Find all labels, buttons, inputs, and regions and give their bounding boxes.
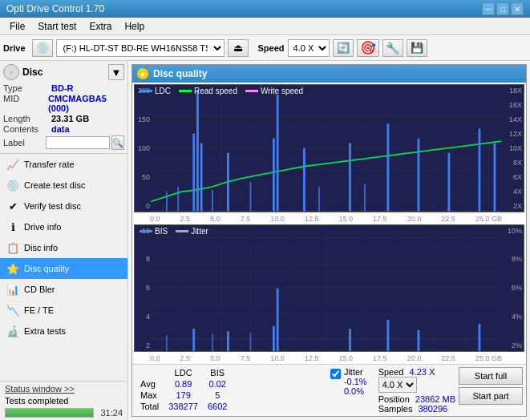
disc-type-key: Type <box>3 83 51 93</box>
disc-type-row: Type BD-R <box>3 83 124 93</box>
position-val: 23862 MB <box>415 394 455 404</box>
drive-info-icon: ℹ <box>6 220 19 233</box>
eject-button[interactable]: ⏏ <box>228 39 249 57</box>
svg-rect-33 <box>364 184 366 212</box>
sidebar-label-disc-quality: Disc quality <box>24 264 69 273</box>
total-label: Total <box>136 401 164 412</box>
refresh-button[interactable]: 🔄 <box>333 39 354 57</box>
disc-quality-icon: ⭐ <box>6 262 19 275</box>
sidebar-item-verify-test-disc[interactable]: ✔ Verify test disc <box>0 196 127 216</box>
disc-length-key: Length <box>3 114 51 123</box>
chart-header: ● Disc quality <box>132 65 526 83</box>
menu-help[interactable]: Help <box>118 19 151 34</box>
stats-table: LDC BIS Avg 0.89 0.02 Max 179 5 <box>136 367 327 412</box>
jitter-checkbox[interactable] <box>330 369 341 379</box>
svg-rect-32 <box>318 187 320 211</box>
sidebar-label-create-disc: Create test disc <box>24 180 85 190</box>
create-disc-icon: 💿 <box>6 179 19 192</box>
svg-rect-16 <box>196 90 199 211</box>
stats-area: LDC BIS Avg 0.89 0.02 Max 179 5 <box>132 364 526 416</box>
stats-avg-row: Avg 0.89 0.02 <box>136 378 232 390</box>
legend-jitter: Jitter <box>176 227 208 236</box>
speed-dropdown[interactable]: 4.0 X <box>378 377 417 393</box>
svg-rect-26 <box>479 129 481 212</box>
stats-total-row: Total 338277 6602 <box>136 401 232 412</box>
jitter-label: Jitter <box>344 367 363 377</box>
sidebar-item-create-test-disc[interactable]: 💿 Create test disc <box>0 175 127 196</box>
maximize-button[interactable]: □ <box>496 2 509 15</box>
stats-data-table: LDC BIS Avg 0.89 0.02 Max 179 5 <box>136 367 232 412</box>
svg-rect-54 <box>387 320 390 351</box>
max-bis: 5 <box>203 390 232 401</box>
drive-icon-btn[interactable]: 💿 <box>32 39 53 57</box>
chart-bottom-legend: BIS Jitter <box>140 227 208 236</box>
jitter-values: Jitter -0.1% 0.0% <box>344 367 367 396</box>
chart-title: Disc quality <box>153 68 207 79</box>
sidebar-label-disc-info: Disc info <box>24 243 58 252</box>
disc-mid-key: MID <box>3 94 48 113</box>
close-button[interactable]: ✕ <box>511 2 524 15</box>
disc-length-row: Length 23.31 GB <box>3 114 124 123</box>
legend-bis: BIS <box>140 227 168 236</box>
speed-val: 4.23 X <box>410 367 435 377</box>
svg-rect-53 <box>349 329 351 351</box>
samples-label: Samples <box>378 404 413 414</box>
start-full-button[interactable]: Start full <box>459 367 523 385</box>
minimize-button[interactable]: ─ <box>482 2 495 15</box>
col-bis-header: BIS <box>203 367 232 378</box>
col-ldc-header: LDC <box>164 367 203 378</box>
sidebar-label-fe-te: FE / TE <box>24 305 54 315</box>
sidebar-item-disc-info[interactable]: 📋 Disc info <box>0 237 127 258</box>
legend-ldc: LDC <box>140 87 171 95</box>
disc-contents-key: Contents <box>3 124 51 134</box>
app-title: Opti Drive Control 1.70 <box>6 3 482 14</box>
sidebar-item-drive-info[interactable]: ℹ Drive info <box>0 216 127 237</box>
sidebar-label-transfer-rate: Transfer rate <box>24 160 75 169</box>
disc-panel-header: ○ Disc ▼ <box>3 64 124 80</box>
avg-ldc: 0.89 <box>164 378 203 390</box>
sidebar-item-disc-quality[interactable]: ⭐ Disc quality <box>0 258 127 279</box>
total-ldc: 338277 <box>164 401 203 412</box>
svg-rect-30 <box>212 190 213 212</box>
speed-select[interactable]: 4.0 X <box>288 39 330 57</box>
progress-time: 31:24 <box>100 408 123 418</box>
fe-te-icon: 📉 <box>6 304 19 317</box>
drive-select[interactable]: (F:) HL-DT-ST BD-RE WH16NS58 TST4 <box>56 39 225 57</box>
chart-top-legend: LDC Read speed Write speed <box>140 87 303 95</box>
chart-bottom-y-axis-left: 10 8 6 4 2 <box>135 225 151 352</box>
stats-header-row: LDC BIS <box>136 367 232 378</box>
settings-btn2[interactable]: 🔧 <box>382 39 403 57</box>
chart-top: LDC Read speed Write speed <box>134 84 524 212</box>
menu-file[interactable]: File <box>3 19 31 34</box>
sidebar-item-transfer-rate[interactable]: 📈 Transfer rate <box>0 154 127 175</box>
sidebar-label-verify-disc: Verify test disc <box>24 201 81 211</box>
sidebar-item-extra-tests[interactable]: 🔬 Extra tests <box>0 321 127 341</box>
label-input[interactable] <box>46 136 110 149</box>
disc-panel-title: Disc <box>22 67 105 78</box>
progress-bar <box>5 408 94 418</box>
sidebar-item-fe-te[interactable]: 📉 FE / TE <box>0 300 127 321</box>
disc-panel-expand[interactable]: ▼ <box>108 64 124 80</box>
menu-starttest[interactable]: Start test <box>31 19 83 34</box>
speed-label: Speed <box>258 43 285 53</box>
settings-btn1[interactable]: 🎯 <box>357 39 379 57</box>
start-part-button[interactable]: Start part <box>459 387 523 405</box>
chart-bottom-svg <box>151 225 501 352</box>
jitter-avg-val: -0.1% <box>344 377 367 386</box>
progress-fill <box>6 409 93 417</box>
legend-ldc-color <box>140 90 152 92</box>
svg-rect-20 <box>277 95 279 211</box>
save-button[interactable]: 💾 <box>407 39 427 57</box>
menu-extra[interactable]: Extra <box>83 19 118 34</box>
status-window-btn[interactable]: Status window >> <box>5 384 75 394</box>
extra-tests-icon: 🔬 <box>6 325 19 337</box>
svg-rect-21 <box>303 148 305 212</box>
sidebar-item-cd-bler[interactable]: 📊 CD Bler <box>0 279 127 300</box>
max-ldc: 179 <box>164 390 203 401</box>
legend-write-color <box>245 90 258 92</box>
svg-rect-18 <box>227 153 229 212</box>
legend-jitter-color <box>176 230 188 232</box>
label-edit-btn[interactable]: 🔍 <box>111 135 124 150</box>
legend-bis-label: BIS <box>155 227 168 236</box>
svg-rect-55 <box>418 329 420 351</box>
